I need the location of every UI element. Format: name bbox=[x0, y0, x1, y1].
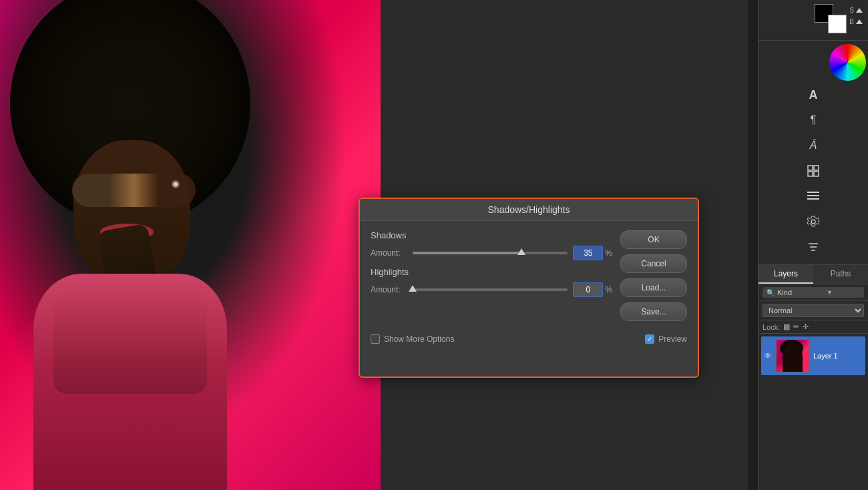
tab-layers[interactable]: Layers bbox=[758, 265, 813, 284]
load-button[interactable]: Load... bbox=[620, 278, 687, 297]
settings-icon[interactable] bbox=[803, 212, 823, 232]
search-icon: 🔍 bbox=[767, 289, 775, 296]
background-swatch[interactable] bbox=[828, 15, 847, 33]
lock-row: Lock: ▩ ✏ ✛ bbox=[758, 320, 868, 334]
ok-button[interactable]: OK bbox=[620, 230, 687, 249]
highlights-section-label: Highlights bbox=[371, 267, 612, 277]
shadows-slider[interactable] bbox=[413, 252, 568, 254]
shadows-value-input[interactable] bbox=[573, 246, 603, 260]
kind-input[interactable] bbox=[777, 288, 824, 296]
blend-mode-row: Normal Multiply Screen bbox=[758, 301, 868, 320]
grid-icon[interactable] bbox=[803, 161, 823, 181]
shadows-slider-thumb[interactable] bbox=[517, 248, 525, 255]
layer-visibility-icon[interactable]: 👁 bbox=[764, 351, 772, 360]
layer-thumb-inner bbox=[777, 340, 809, 372]
color-wheel[interactable] bbox=[829, 44, 866, 81]
filter-icon[interactable] bbox=[803, 237, 823, 257]
svg-rect-3 bbox=[814, 172, 819, 176]
lock-checkered-icon[interactable]: ▩ bbox=[783, 322, 790, 331]
tab-paths[interactable]: Paths bbox=[813, 265, 868, 284]
svg-rect-0 bbox=[808, 166, 813, 170]
lock-brush-icon[interactable]: ✏ bbox=[793, 322, 799, 331]
highlights-slider[interactable] bbox=[413, 288, 568, 291]
layer-thumbnail-area: 👁 Layer 1 bbox=[758, 334, 868, 490]
highlights-value-input[interactable] bbox=[573, 282, 603, 297]
shadows-slider-fill bbox=[413, 252, 521, 254]
layers-tabs: Layers Paths bbox=[758, 265, 868, 284]
text-tool-icon[interactable]: A bbox=[803, 85, 823, 105]
layers-toolbar: 🔍 ▼ bbox=[758, 284, 868, 301]
blend-mode-select[interactable]: Normal Multiply Screen bbox=[763, 304, 864, 317]
dialog-footer: Show More Options Preview bbox=[360, 330, 698, 350]
svg-rect-6 bbox=[807, 198, 819, 200]
highlights-amount-label: Amount: bbox=[371, 285, 407, 294]
layer-kind-search[interactable]: 🔍 ▼ bbox=[763, 287, 864, 298]
chevron-down-icon: ▼ bbox=[827, 289, 833, 296]
shadows-highlights-dialog: Shadows/Highlights Shadows Amount: bbox=[359, 198, 699, 378]
layer-thumbnail bbox=[776, 339, 809, 373]
layer-thumb-person bbox=[783, 342, 803, 372]
dialog-buttons: OK Cancel Load... Save... bbox=[620, 230, 687, 321]
alt-text-icon[interactable]: Ā bbox=[803, 136, 823, 156]
b-triangle bbox=[856, 19, 863, 24]
b-indicator: B bbox=[849, 18, 863, 25]
highlights-slider-thumb[interactable] bbox=[409, 285, 417, 292]
svg-rect-2 bbox=[808, 172, 813, 176]
preview-checkbox[interactable] bbox=[645, 334, 654, 344]
show-more-options-group: Show More Options bbox=[371, 334, 454, 344]
s-indicator: S bbox=[849, 7, 863, 14]
dialog-title-text: Shadows/Highlights bbox=[488, 204, 570, 215]
lock-label: Lock: bbox=[763, 323, 780, 331]
layer-name-label: Layer 1 bbox=[813, 352, 838, 360]
sunglasses-shape bbox=[72, 174, 196, 207]
shadows-section-label: Shadows bbox=[371, 230, 612, 240]
highlights-amount-row: Amount: % bbox=[371, 282, 612, 297]
canvas-area: Shadows/Highlights Shadows Amount: bbox=[0, 0, 758, 490]
paragraph-icon[interactable]: ¶ bbox=[803, 110, 823, 130]
lock-move-icon[interactable]: ✛ bbox=[803, 322, 809, 331]
highlights-pct: % bbox=[605, 285, 612, 294]
preview-label: Preview bbox=[658, 334, 687, 344]
shadows-amount-label: Amount: bbox=[371, 248, 407, 258]
svg-rect-4 bbox=[807, 192, 819, 193]
layer-item[interactable]: 👁 Layer 1 bbox=[761, 336, 865, 375]
preview-group: Preview bbox=[645, 334, 687, 344]
layers-panel: Layers Paths 🔍 ▼ Normal Multiply bbox=[758, 265, 868, 490]
svg-rect-1 bbox=[814, 166, 819, 170]
shadows-amount-row: Amount: % bbox=[371, 246, 612, 260]
photo-background bbox=[0, 0, 381, 490]
show-more-options-label: Show More Options bbox=[384, 334, 454, 344]
svg-rect-5 bbox=[807, 195, 819, 196]
s-triangle bbox=[856, 8, 863, 13]
shadows-pct: % bbox=[605, 248, 612, 258]
cancel-button[interactable]: Cancel bbox=[620, 254, 687, 273]
dialog-title: Shadows/Highlights bbox=[360, 199, 698, 221]
clothing-detail bbox=[53, 294, 207, 394]
list-icon[interactable] bbox=[803, 186, 823, 206]
right-sidebar: S B A ¶ Ā bbox=[758, 0, 868, 490]
show-more-options-checkbox[interactable] bbox=[371, 334, 380, 344]
save-button[interactable]: Save... bbox=[620, 302, 687, 321]
